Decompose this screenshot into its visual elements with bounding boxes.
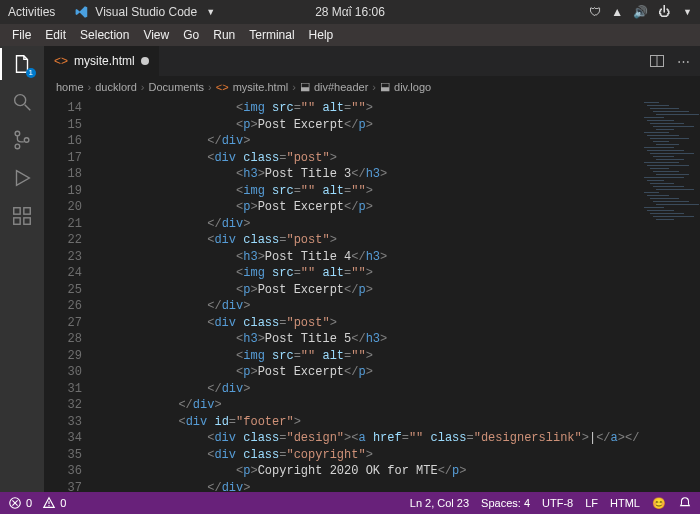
power-icon[interactable]: ⏻ — [658, 5, 670, 19]
svg-point-2 — [15, 131, 20, 136]
editor-tabs: <> mysite.html ⋯ — [44, 46, 700, 76]
code-line[interactable]: <div class="post"> — [92, 232, 640, 249]
line-number: 33 — [44, 414, 82, 431]
tab-filename: mysite.html — [74, 54, 135, 68]
code-line[interactable]: <img src="" alt=""> — [92, 348, 640, 365]
html-file-icon: <> — [54, 54, 68, 68]
clock[interactable]: 28 Μαΐ 16:06 — [315, 5, 385, 19]
breadcrumb-file[interactable]: mysite.html — [233, 81, 289, 93]
tab-mysite[interactable]: <> mysite.html — [44, 46, 160, 76]
breadcrumb[interactable]: home›ducklord›Documents›<> mysite.html›⬓… — [44, 76, 700, 98]
code-line[interactable]: </div> — [92, 397, 640, 414]
svg-point-15 — [48, 505, 49, 506]
line-number: 16 — [44, 133, 82, 150]
breadcrumb-symbol[interactable]: div.logo — [394, 81, 431, 93]
menu-selection[interactable]: Selection — [74, 26, 135, 44]
chevron-right-icon: › — [88, 81, 92, 93]
code-line[interactable]: <p>Post Excerpt</p> — [92, 117, 640, 134]
activities-button[interactable]: Activities — [8, 5, 55, 19]
app-menu[interactable]: Visual Studio Code ▼ — [75, 5, 215, 19]
menu-bar: FileEditSelectionViewGoRunTerminalHelp — [0, 24, 700, 46]
code-line[interactable]: <h3>Post Title 5</h3> — [92, 331, 640, 348]
status-cursor-position[interactable]: Ln 2, Col 23 — [410, 497, 469, 509]
dirty-indicator-icon — [141, 57, 149, 65]
svg-rect-6 — [14, 218, 20, 224]
breadcrumb-folder[interactable]: Documents — [148, 81, 204, 93]
code-line[interactable]: </div> — [92, 298, 640, 315]
line-number: 18 — [44, 166, 82, 183]
svg-line-1 — [25, 105, 31, 111]
minimap[interactable] — [640, 98, 700, 492]
status-encoding[interactable]: UTF-8 — [542, 497, 573, 509]
code-line[interactable]: <div class="post"> — [92, 150, 640, 167]
code-line[interactable]: </div> — [92, 216, 640, 233]
code-line[interactable]: </div> — [92, 480, 640, 493]
line-number-gutter: 1415161718192021222324252627282930313233… — [44, 98, 92, 492]
status-errors[interactable]: 0 — [8, 496, 32, 510]
editor-group: <> mysite.html ⋯ home›ducklord›Documents… — [44, 46, 700, 492]
breadcrumb-symbol[interactable]: div#header — [314, 81, 368, 93]
menu-help[interactable]: Help — [303, 26, 340, 44]
status-warnings[interactable]: 0 — [42, 496, 66, 510]
search-icon[interactable] — [10, 90, 34, 114]
line-number: 30 — [44, 364, 82, 381]
chevron-down-icon: ▼ — [206, 7, 215, 17]
line-number: 31 — [44, 381, 82, 398]
code-line[interactable]: <div class="copyright"> — [92, 447, 640, 464]
breadcrumb-folder[interactable]: ducklord — [95, 81, 137, 93]
explorer-badge: 1 — [26, 68, 36, 78]
code-line[interactable]: <h3>Post Title 4</h3> — [92, 249, 640, 266]
status-indentation[interactable]: Spaces: 4 — [481, 497, 530, 509]
status-language[interactable]: HTML — [610, 497, 640, 509]
extensions-icon[interactable] — [10, 204, 34, 228]
run-debug-icon[interactable] — [10, 166, 34, 190]
network-icon[interactable]: ▲ — [611, 5, 623, 19]
code-line[interactable]: <div class="design"><a href="" class="de… — [92, 430, 640, 447]
line-number: 34 — [44, 430, 82, 447]
menu-run[interactable]: Run — [207, 26, 241, 44]
explorer-icon[interactable]: 1 — [10, 52, 34, 76]
line-number: 24 — [44, 265, 82, 282]
split-editor-icon[interactable] — [649, 53, 665, 69]
status-eol[interactable]: LF — [585, 497, 598, 509]
code-line[interactable]: <p>Post Excerpt</p> — [92, 364, 640, 381]
line-number: 20 — [44, 199, 82, 216]
code-line[interactable]: <p>Post Excerpt</p> — [92, 199, 640, 216]
line-number: 28 — [44, 331, 82, 348]
activity-bar: 1 — [0, 46, 44, 492]
code-editor[interactable]: <img src="" alt=""> <p>Post Excerpt</p> … — [92, 98, 640, 492]
chevron-right-icon: › — [292, 81, 296, 93]
source-control-icon[interactable] — [10, 128, 34, 152]
code-line[interactable]: <p>Copyright 2020 OK for MTE</p> — [92, 463, 640, 480]
more-actions-icon[interactable]: ⋯ — [677, 54, 690, 69]
code-line[interactable]: <h3>Post Title 3</h3> — [92, 166, 640, 183]
line-number: 22 — [44, 232, 82, 249]
status-feedback-icon[interactable]: 😊 — [652, 497, 666, 510]
symbol-icon: ⬓ — [300, 80, 310, 93]
svg-point-3 — [15, 144, 20, 149]
code-line[interactable]: <img src="" alt=""> — [92, 265, 640, 282]
menu-file[interactable]: File — [6, 26, 37, 44]
menu-edit[interactable]: Edit — [39, 26, 72, 44]
volume-icon[interactable]: 🔊 — [633, 5, 648, 19]
html-file-icon: <> — [216, 81, 229, 93]
code-line[interactable]: <div class="post"> — [92, 315, 640, 332]
shield-icon[interactable]: 🛡 — [589, 5, 601, 19]
code-line[interactable]: <div id="footer"> — [92, 414, 640, 431]
code-line[interactable]: </div> — [92, 381, 640, 398]
breadcrumb-folder[interactable]: home — [56, 81, 84, 93]
svg-rect-8 — [24, 208, 30, 214]
chevron-right-icon: › — [372, 81, 376, 93]
menu-terminal[interactable]: Terminal — [243, 26, 300, 44]
menu-view[interactable]: View — [137, 26, 175, 44]
code-line[interactable]: <img src="" alt=""> — [92, 100, 640, 117]
code-line[interactable]: <img src="" alt=""> — [92, 183, 640, 200]
status-notifications-icon[interactable] — [678, 496, 692, 510]
code-line[interactable]: <p>Post Excerpt</p> — [92, 282, 640, 299]
app-name: Visual Studio Code — [95, 5, 197, 19]
line-number: 35 — [44, 447, 82, 464]
line-number: 23 — [44, 249, 82, 266]
line-number: 27 — [44, 315, 82, 332]
code-line[interactable]: </div> — [92, 133, 640, 150]
menu-go[interactable]: Go — [177, 26, 205, 44]
